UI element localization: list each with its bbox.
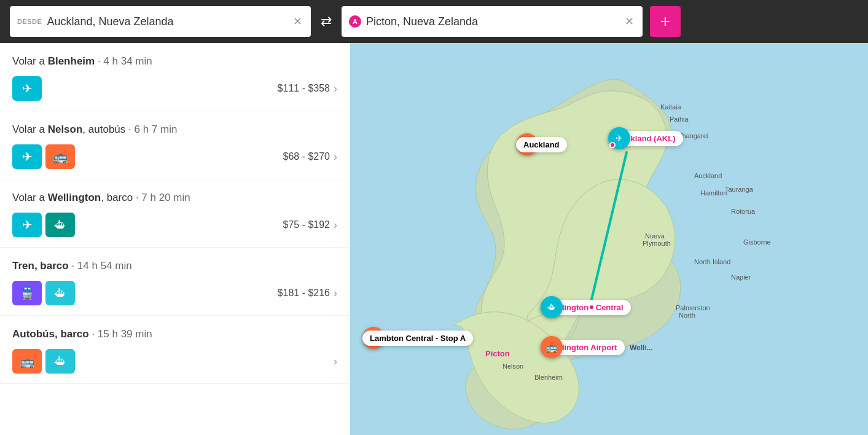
route-price: $181 - $216 › xyxy=(278,287,337,300)
map-area: Kaitaia Paihia Whangarei Auckland Hamilt… xyxy=(350,43,868,435)
ferry-badge: ⛴ xyxy=(45,349,75,374)
svg-text:North: North xyxy=(679,312,695,319)
svg-text:Nelson: Nelson xyxy=(502,362,523,370)
transport-icons: 🚌 ⛴ xyxy=(12,349,75,374)
svg-text:Welli...: Welli... xyxy=(630,343,653,352)
train-badge: 🚆 xyxy=(12,281,42,305)
svg-text:Tauranga: Tauranga xyxy=(725,186,754,193)
svg-text:Hamilton: Hamilton xyxy=(700,189,727,197)
svg-text:Gisborne: Gisborne xyxy=(743,238,771,246)
transport-icons: ✈ ⛴ xyxy=(12,213,75,237)
to-clear-button[interactable]: ✕ xyxy=(624,14,635,29)
route-item[interactable]: Volar a Wellington, barco · 7 h 20 min ✈… xyxy=(0,179,350,248)
route-item[interactable]: Tren, barco · 14 h 54 min 🚆 ⛴ $181 - $21… xyxy=(0,248,350,316)
svg-text:Palmerston: Palmerston xyxy=(676,304,710,312)
svg-text:Nueva: Nueva xyxy=(645,232,665,240)
from-label: DESDE xyxy=(17,18,42,25)
route-item[interactable]: Volar a Nelson, autobús · 6 h 7 min ✈ 🚌 … xyxy=(0,111,350,179)
transport-icons: 🚆 ⛴ xyxy=(12,281,75,305)
route-title: Volar a Blenheim · 4 h 34 min xyxy=(12,55,337,68)
swap-button[interactable]: ⇄ xyxy=(318,11,334,32)
svg-text:Kaitaia: Kaitaia xyxy=(660,103,682,111)
svg-text:North Island: North Island xyxy=(694,258,730,265)
transport-icons: ✈ 🚌 xyxy=(12,144,75,169)
header: DESDE Auckland, Nueva Zelanda ✕ ⇄ A Pict… xyxy=(0,0,868,43)
route-price: › xyxy=(330,355,337,368)
main-content: Volar a Blenheim · 4 h 34 min ✈ $111 - $… xyxy=(0,43,868,435)
svg-text:Picton: Picton xyxy=(485,349,510,358)
route-item[interactable]: Volar a Blenheim · 4 h 34 min ✈ $111 - $… xyxy=(0,43,350,111)
svg-text:Auckland: Auckland xyxy=(694,172,722,179)
bus-badge: 🚌 xyxy=(45,144,75,169)
route-title: Tren, barco · 14 h 54 min xyxy=(12,260,337,272)
svg-text:Plymouth: Plymouth xyxy=(643,240,671,247)
route-price: $111 - $358 › xyxy=(278,82,337,95)
add-destination-button[interactable]: + xyxy=(650,6,681,37)
destination-icon: A xyxy=(349,15,361,28)
transport-icons: ✈ xyxy=(12,76,42,101)
from-value: Auckland, Nueva Zelanda xyxy=(47,15,287,28)
bus-badge: 🚌 xyxy=(12,349,42,374)
route-price: $68 - $270 › xyxy=(283,151,337,163)
to-search-box[interactable]: A Picton, Nueva Zelanda ✕ xyxy=(342,6,643,37)
svg-text:Blenheim: Blenheim xyxy=(534,374,563,381)
route-title: Volar a Wellington, barco · 7 h 20 min xyxy=(12,192,337,204)
from-clear-button[interactable]: ✕ xyxy=(292,14,303,29)
plane-badge: ✈ xyxy=(12,144,42,169)
svg-text:Rotorua: Rotorua xyxy=(731,208,756,215)
route-item[interactable]: Autobús, barco · 15 h 39 min 🚌 ⛴ › xyxy=(0,316,350,384)
to-value: Picton, Nueva Zelanda xyxy=(366,15,619,28)
plane-badge: ✈ xyxy=(12,213,42,237)
from-search-box[interactable]: DESDE Auckland, Nueva Zelanda ✕ xyxy=(10,6,311,37)
ferry-badge: ⛴ xyxy=(45,281,75,305)
svg-text:Napier: Napier xyxy=(731,273,751,281)
route-title: Volar a Nelson, autobús · 6 h 7 min xyxy=(12,123,337,136)
svg-text:Paihia: Paihia xyxy=(670,116,689,123)
route-title: Autobús, barco · 15 h 39 min xyxy=(12,328,337,340)
svg-text:Whangarei: Whangarei xyxy=(676,132,708,139)
ferry-badge: ⛴ xyxy=(45,213,75,237)
plane-badge: ✈ xyxy=(12,76,42,101)
routes-sidebar: Volar a Blenheim · 4 h 34 min ✈ $111 - $… xyxy=(0,43,350,435)
route-price: $75 - $192 › xyxy=(283,219,337,232)
